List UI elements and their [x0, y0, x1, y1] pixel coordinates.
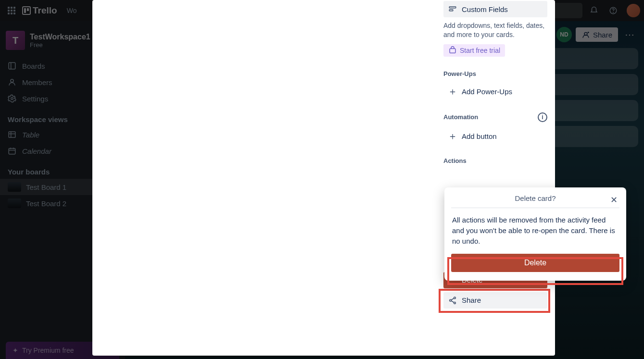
card-modal: Custom Fields Add dropdowns, text fields…: [92, 0, 555, 356]
add-powerups-label: Add Power-Ups: [462, 87, 512, 96]
popover-title: Delete card?: [515, 194, 556, 202]
svg-rect-15: [450, 49, 455, 53]
powerups-header: Power-Ups: [443, 70, 547, 77]
svg-line-20: [451, 298, 454, 300]
svg-line-21: [451, 301, 454, 303]
share-icon: [448, 296, 457, 305]
popover-body: All actions will be removed from the act…: [451, 208, 619, 254]
actions-header: Actions: [443, 157, 547, 164]
automation-header-row: Automation i: [443, 112, 547, 122]
plus-icon: ＋: [448, 85, 457, 98]
add-powerups-button[interactable]: ＋ Add Power-Ups: [443, 81, 547, 102]
svg-rect-13: [449, 7, 456, 8]
custom-fields-icon: [448, 5, 457, 13]
add-automation-button[interactable]: ＋ Add button: [443, 126, 547, 147]
custom-fields-description: Add dropdowns, text fields, dates, and m…: [443, 21, 547, 39]
custom-fields-label: Custom Fields: [462, 5, 508, 13]
start-free-trial-button[interactable]: Start free trial: [443, 44, 505, 57]
svg-rect-14: [449, 10, 453, 11]
info-icon[interactable]: i: [538, 112, 547, 122]
share-card-label: Share: [462, 296, 481, 304]
automation-header: Automation: [443, 113, 478, 121]
share-card-button[interactable]: Share: [443, 292, 547, 309]
confirm-delete-button[interactable]: Delete: [451, 254, 619, 272]
trial-label: Start free trial: [460, 47, 500, 54]
custom-fields-button[interactable]: Custom Fields: [443, 1, 547, 17]
add-button-label: Add button: [462, 132, 497, 140]
delete-card-popover: Delete card? ✕ All actions will be remov…: [444, 187, 626, 281]
plus-icon: ＋: [448, 130, 457, 143]
close-icon[interactable]: ✕: [608, 194, 619, 206]
